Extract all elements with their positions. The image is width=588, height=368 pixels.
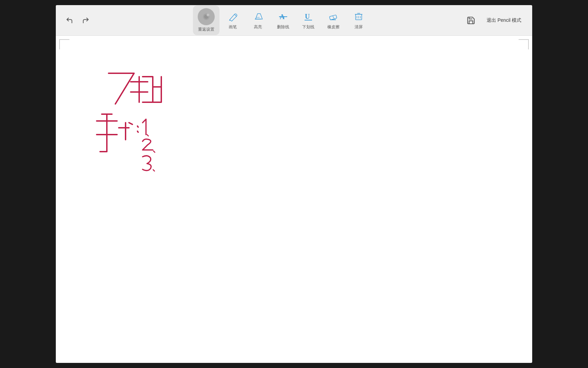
tool-eraser[interactable]: 橡皮擦 — [322, 8, 345, 33]
toolbar: 重返设置 画笔 — [56, 5, 532, 36]
tool-pen-label: 画笔 — [229, 24, 237, 30]
tool-strikethrough[interactable]: A 删除线 — [271, 8, 295, 33]
tool-pen[interactable]: 画笔 — [221, 8, 245, 33]
tool-highlight-label: 高亮 — [254, 24, 262, 30]
tool-underline[interactable]: U 下划线 — [296, 8, 320, 33]
tool-underline-label: 下划线 — [302, 24, 314, 30]
tool-reset[interactable]: 重返设置 — [193, 5, 219, 35]
undo-redo-group — [63, 14, 93, 27]
exit-pencil-button[interactable]: 退出 Pencil 模式 — [483, 15, 525, 26]
toolbar-tools: 重返设置 画笔 — [99, 5, 464, 35]
tool-clear[interactable]: 清屏 — [347, 8, 371, 33]
tool-clear-label: 清屏 — [355, 24, 363, 30]
handwriting-canvas — [56, 36, 532, 363]
strikethrough-icon: A — [277, 11, 289, 23]
canvas-area[interactable] — [56, 36, 532, 363]
clear-icon — [353, 11, 365, 23]
eraser-icon — [327, 11, 340, 23]
tool-highlight[interactable]: 高亮 — [246, 8, 270, 33]
svg-point-4 — [208, 14, 209, 15]
tool-strikethrough-label: 删除线 — [277, 24, 289, 30]
svg-text:U: U — [305, 13, 310, 20]
highlight-icon — [252, 11, 264, 23]
tool-reset-label: 重返设置 — [198, 27, 214, 32]
pen-icon — [227, 11, 239, 23]
underline-icon: U — [302, 11, 314, 23]
undo-button[interactable] — [63, 14, 76, 27]
svg-line-10 — [333, 16, 334, 19]
app-container: 重返设置 画笔 — [56, 5, 532, 363]
tool-eraser-label: 橡皮擦 — [327, 24, 340, 30]
reset-icon — [198, 8, 215, 25]
save-button[interactable] — [464, 14, 478, 27]
redo-button[interactable] — [79, 14, 93, 27]
svg-rect-9 — [329, 15, 337, 20]
toolbar-right: 退出 Pencil 模式 — [464, 14, 525, 27]
